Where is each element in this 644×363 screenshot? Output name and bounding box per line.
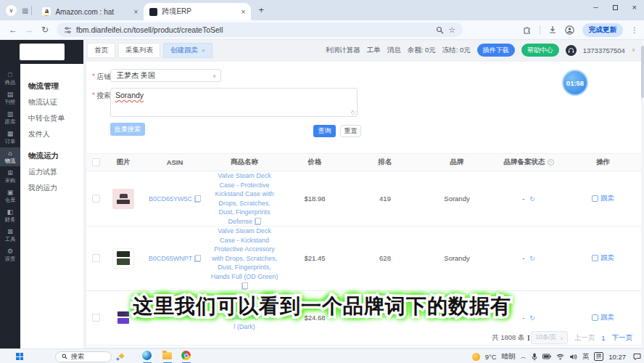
scrollbar-thumb[interactable] <box>641 46 644 98</box>
info-icon[interactable]: ? <box>548 159 554 166</box>
close-icon[interactable]: × <box>202 47 205 54</box>
taskbar-search[interactable]: 搜索 <box>55 351 112 362</box>
follow-sell-action[interactable]: 跟卖 <box>565 194 641 203</box>
copy-icon[interactable] <box>194 255 201 262</box>
reload-icon[interactable]: ↻ <box>38 25 52 35</box>
microphone-icon[interactable] <box>532 353 537 361</box>
edge-taskbar-icon[interactable] <box>142 351 152 361</box>
close-tab-icon[interactable]: × <box>242 8 246 16</box>
profile-icon[interactable] <box>565 25 574 35</box>
nav-item-logistics[interactable]: ⌂物流 <box>0 147 20 166</box>
search-icon[interactable] <box>436 26 444 34</box>
asin-link[interactable]: B0CD65WNPT <box>149 255 193 262</box>
forward-icon[interactable]: → <box>22 25 36 35</box>
search-input[interactable]: Sorandy <box>110 88 358 117</box>
site-info-icon[interactable] <box>64 26 72 34</box>
hidden-icons-chevron[interactable]: ︿ <box>521 353 527 361</box>
follow-sell-action[interactable]: 跟卖 <box>565 253 641 263</box>
asin-link[interactable]: B0CD65YW5C <box>149 195 192 203</box>
submenu-item-transit-warehouse[interactable]: 中转仓货单 <box>28 113 83 123</box>
wifi-icon[interactable] <box>556 354 564 360</box>
nav-item-warehouse[interactable]: ▣仓库 <box>0 187 20 205</box>
copy-icon[interactable] <box>194 195 201 203</box>
ime-mode-icon[interactable]: 拼 <box>594 352 603 361</box>
speaker-icon[interactable] <box>569 354 577 360</box>
tab-search-button[interactable]: ∨ <box>6 5 17 16</box>
battery-icon[interactable] <box>542 354 551 359</box>
product-name-link[interactable]: Valve Steam Deck Case - Kickstand Protec… <box>208 227 281 290</box>
minimize-button[interactable]: ─ <box>593 4 598 11</box>
profit-calculator-link[interactable]: 利润计算器 <box>326 46 360 55</box>
messages-link[interactable]: 消息 <box>387 46 401 55</box>
browser-tab-erp[interactable]: 跨境ERP × <box>144 3 251 20</box>
update-button[interactable]: 完成更新 <box>582 23 623 37</box>
next-page-button[interactable]: 下一页 <box>612 333 633 343</box>
page-size-select[interactable]: 10条/页∨ <box>531 331 567 344</box>
file-explorer-icon[interactable] <box>162 351 173 361</box>
resize-handle[interactable] <box>351 110 356 115</box>
chrome-taskbar-icon[interactable] <box>181 351 191 361</box>
nav-item-tools[interactable]: ⊠工具 <box>0 226 20 245</box>
product-image[interactable] <box>112 248 134 269</box>
nav-item-finance[interactable]: ◧财务 <box>0 206 20 225</box>
clock[interactable]: 10:27 <box>608 353 626 361</box>
reset-button[interactable]: 重置 <box>340 125 361 137</box>
nav-item-follow-sell[interactable]: ▥跟卖 <box>0 108 20 127</box>
row-checkbox[interactable] <box>92 254 100 262</box>
product-name-link[interactable]: Valve Steam Deck Case - Kil (Dark) <box>208 304 281 332</box>
weather-temp[interactable]: 9°C <box>485 353 497 361</box>
account-phone[interactable]: 13733757504 <box>583 46 625 54</box>
nav-item-purchase[interactable]: ⊞采购 <box>0 167 20 186</box>
nav-item-orders[interactable]: ▦订单 <box>0 128 20 147</box>
row-checkbox[interactable] <box>92 195 100 203</box>
submenu-item-my-capacity[interactable]: 我的运力 <box>28 183 83 193</box>
browser-menu-icon[interactable]: ⋮ <box>631 26 638 34</box>
weather-desc[interactable]: 晴朗 <box>502 352 516 362</box>
tab-collection-list[interactable]: 采集列表 <box>118 43 160 58</box>
close-tab-icon[interactable]: × <box>134 8 139 16</box>
customer-service-avatar[interactable] <box>566 45 577 56</box>
batch-search-button[interactable]: 批量搜索 <box>110 123 145 136</box>
maximize-button[interactable] <box>613 5 618 10</box>
close-window-button[interactable]: × <box>632 3 637 12</box>
refresh-icon[interactable]: ↻ <box>529 314 535 322</box>
browser-tab-amazon[interactable]: a Amazon.com : hat × <box>36 3 144 20</box>
nav-item-settings[interactable]: ⚙设置 <box>0 245 20 264</box>
weather-sun-icon[interactable] <box>472 353 480 361</box>
follow-sell-action[interactable]: 跟卖 <box>565 313 641 322</box>
product-image[interactable] <box>112 189 134 209</box>
nav-item-listing[interactable]: ▤刊登 <box>0 89 20 107</box>
current-page[interactable]: 1 <box>601 334 605 342</box>
submenu-item-capacity-calc[interactable]: 运力试算 <box>28 167 83 177</box>
back-icon[interactable]: ← <box>6 25 20 35</box>
row-checkbox[interactable] <box>92 314 100 322</box>
submenu-item-sender[interactable]: 发件人 <box>28 129 83 139</box>
address-bar[interactable]: fbm.dianfeifei.cn/tosell/product/createT… <box>57 23 463 37</box>
pinned-extension-icon[interactable]: ▦ <box>22 7 28 15</box>
plugin-download-button[interactable]: 插件下载 <box>477 44 515 57</box>
start-button[interactable] <box>16 353 23 360</box>
tab-home[interactable]: 首页 <box>87 43 115 58</box>
copy-icon[interactable] <box>242 282 248 290</box>
refresh-icon[interactable]: ↻ <box>529 255 535 262</box>
sparkle-icon[interactable]: ◆◆ <box>116 351 129 362</box>
nav-item-goods[interactable]: □商品 <box>0 69 20 88</box>
select-all-checkbox[interactable] <box>92 158 100 166</box>
notification-icon[interactable] <box>633 353 641 360</box>
new-tab-button[interactable]: + <box>258 4 264 15</box>
extensions-puzzle-icon[interactable] <box>523 25 532 34</box>
tab-create-follow-sell[interactable]: 创建跟卖× <box>163 43 212 58</box>
ime-language-indicator[interactable]: 英 <box>582 352 590 362</box>
work-order-link[interactable]: 工单 <box>367 46 381 55</box>
bookmark-star-icon[interactable]: ☆ <box>448 25 455 35</box>
query-button[interactable]: 查询 <box>313 125 336 137</box>
copy-icon[interactable] <box>255 218 261 225</box>
chevron-down-icon[interactable]: ∨ <box>632 47 635 53</box>
submenu-item-logistics-auth[interactable]: 物流认证 <box>28 97 83 107</box>
page-scrollbar[interactable] <box>641 40 644 348</box>
refresh-icon[interactable]: ↻ <box>529 195 535 203</box>
product-image[interactable] <box>112 308 134 328</box>
product-name-link[interactable]: Valve Steam Deck Case - Protective Kicks… <box>208 171 281 226</box>
prev-page-button[interactable]: 上一页 <box>574 333 595 343</box>
download-icon[interactable] <box>548 25 557 34</box>
